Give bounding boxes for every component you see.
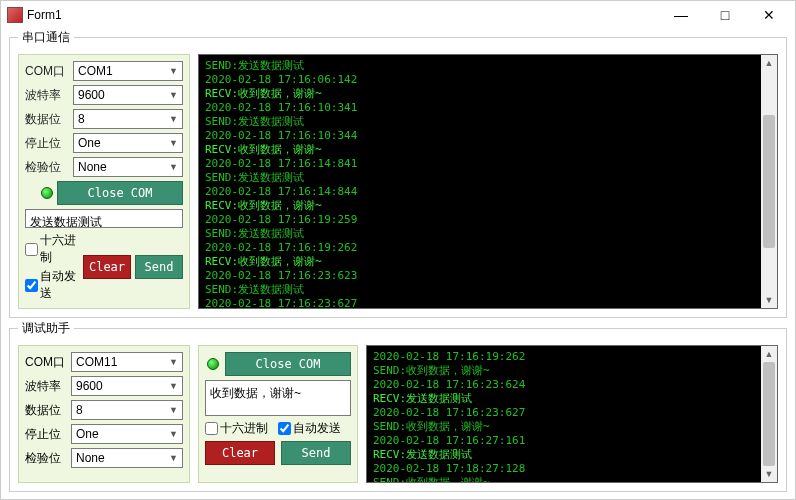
hex-label-2: 十六进制: [220, 420, 268, 437]
dropdown-icon: ▼: [169, 405, 178, 415]
hex-checkbox-2[interactable]: 十六进制: [205, 420, 268, 437]
baud-value: 9600: [78, 88, 105, 102]
scroll-up-icon[interactable]: ▲: [761, 346, 777, 362]
stop-label-2: 停止位: [25, 426, 67, 443]
scrollbar-2[interactable]: ▲ ▼: [761, 346, 777, 482]
parity-select[interactable]: None▼: [73, 157, 183, 177]
stop-value-2: One: [76, 427, 99, 441]
dropdown-icon: ▼: [169, 453, 178, 463]
titlebar: Form1 — □ ✕: [1, 1, 795, 29]
dropdown-icon: ▼: [169, 138, 178, 148]
debug-helper-legend: 调试助手: [18, 320, 74, 337]
auto-send-label: 自动发送: [40, 268, 79, 302]
stop-select-2[interactable]: One▼: [71, 424, 183, 444]
serial-comm-group: 串口通信 COM口COM1▼ 波特率9600▼ 数据位8▼ 停止位One▼ 检验…: [9, 29, 787, 318]
stop-value: One: [78, 136, 101, 150]
baud-select-2[interactable]: 9600▼: [71, 376, 183, 396]
com-value-2: COM11: [76, 355, 117, 369]
parity-label-2: 检验位: [25, 450, 67, 467]
stop-select[interactable]: One▼: [73, 133, 183, 153]
stop-label: 停止位: [25, 135, 69, 152]
auto-send-label-2: 自动发送: [293, 420, 341, 437]
terminal-2-content[interactable]: 2020-02-18 17:16:19:262 SEND:收到数据，谢谢~ 20…: [367, 346, 761, 482]
window-title: Form1: [27, 8, 659, 22]
data-select-2[interactable]: 8▼: [71, 400, 183, 420]
serial-config-panel: COM口COM1▼ 波特率9600▼ 数据位8▼ 停止位One▼ 检验位None…: [18, 54, 190, 309]
parity-value: None: [78, 160, 107, 174]
serial-comm-legend: 串口通信: [18, 29, 74, 46]
dropdown-icon: ▼: [169, 429, 178, 439]
parity-label: 检验位: [25, 159, 69, 176]
close-window-button[interactable]: ✕: [747, 2, 791, 28]
parity-value-2: None: [76, 451, 105, 465]
data-select[interactable]: 8▼: [73, 109, 183, 129]
hex-checkbox[interactable]: 十六进制: [25, 232, 79, 266]
send-button-2[interactable]: Send: [281, 441, 351, 465]
baud-label: 波特率: [25, 87, 69, 104]
minimize-button[interactable]: —: [659, 2, 703, 28]
scroll-down-icon[interactable]: ▼: [761, 466, 777, 482]
com-value: COM1: [78, 64, 113, 78]
send-button[interactable]: Send: [135, 255, 183, 279]
dropdown-icon: ▼: [169, 357, 178, 367]
debug-send-panel: Close COM 收到数据，谢谢~ 十六进制 自动发送 Clear Send: [198, 345, 358, 483]
terminal-1: SEND:发送数据测试 2020-02-18 17:16:06:142 RECV…: [198, 54, 778, 309]
parity-select-2[interactable]: None▼: [71, 448, 183, 468]
auto-send-checkbox[interactable]: 自动发送: [25, 268, 79, 302]
com-label-2: COM口: [25, 354, 67, 371]
data-value-2: 8: [76, 403, 83, 417]
clear-button[interactable]: Clear: [83, 255, 131, 279]
debug-helper-group: 调试助手 COM口COM11▼ 波特率9600▼ 数据位8▼ 停止位One▼ 检…: [9, 320, 787, 492]
dropdown-icon: ▼: [169, 90, 178, 100]
hex-label: 十六进制: [40, 232, 79, 266]
terminal-1-content[interactable]: SEND:发送数据测试 2020-02-18 17:16:06:142 RECV…: [199, 55, 761, 308]
scroll-down-icon[interactable]: ▼: [761, 292, 777, 308]
com-label: COM口: [25, 63, 69, 80]
clear-button-2[interactable]: Clear: [205, 441, 275, 465]
recv-textarea-2[interactable]: 收到数据，谢谢~: [205, 380, 351, 416]
dropdown-icon: ▼: [169, 162, 178, 172]
auto-send-checkbox-2[interactable]: 自动发送: [278, 420, 341, 437]
data-value: 8: [78, 112, 85, 126]
dropdown-icon: ▼: [169, 66, 178, 76]
status-led-icon-2: [207, 358, 219, 370]
baud-select[interactable]: 9600▼: [73, 85, 183, 105]
dropdown-icon: ▼: [169, 114, 178, 124]
data-label: 数据位: [25, 111, 69, 128]
terminal-2: 2020-02-18 17:16:19:262 SEND:收到数据，谢谢~ 20…: [366, 345, 778, 483]
status-led-icon: [41, 187, 53, 199]
data-label-2: 数据位: [25, 402, 67, 419]
com-select[interactable]: COM1▼: [73, 61, 183, 81]
maximize-button[interactable]: □: [703, 2, 747, 28]
close-com-button-2[interactable]: Close COM: [225, 352, 351, 376]
app-icon: [7, 7, 23, 23]
scrollbar-1[interactable]: ▲ ▼: [761, 55, 777, 308]
close-com-button[interactable]: Close COM: [57, 181, 183, 205]
baud-value-2: 9600: [76, 379, 103, 393]
debug-config-panel: COM口COM11▼ 波特率9600▼ 数据位8▼ 停止位One▼ 检验位Non…: [18, 345, 190, 483]
scrollbar-thumb[interactable]: [763, 115, 775, 248]
send-textarea[interactable]: 发送数据测试: [25, 209, 183, 228]
com-select-2[interactable]: COM11▼: [71, 352, 183, 372]
scrollbar-thumb[interactable]: [763, 362, 775, 466]
dropdown-icon: ▼: [169, 381, 178, 391]
scroll-up-icon[interactable]: ▲: [761, 55, 777, 71]
baud-label-2: 波特率: [25, 378, 67, 395]
